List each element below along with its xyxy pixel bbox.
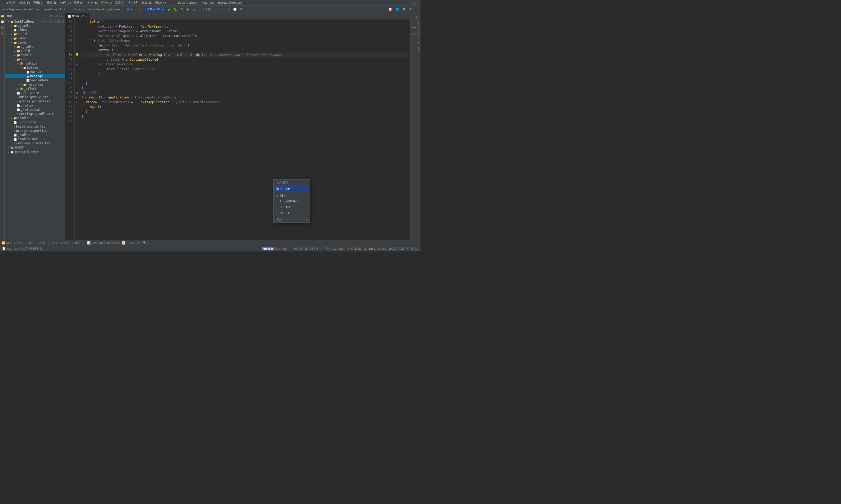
- pause-button[interactable]: ⏸: [185, 7, 190, 12]
- menu-refactor[interactable]: 重构(R): [74, 1, 85, 5]
- sequence-diagram-item[interactable]: 📊 Sequence Diagram: [87, 241, 119, 245]
- menu-build[interactable]: 构建(B): [87, 1, 99, 5]
- run-button[interactable]: ▶: [167, 7, 172, 12]
- status-lf[interactable]: LF: [304, 247, 308, 250]
- tree-item-external-libs[interactable]: ▶ 📚 外部库: [5, 145, 65, 150]
- tree-item-idea[interactable]: ▶ 📋 .idea: [5, 28, 65, 32]
- tree-item-jvmTest[interactable]: ▶ 📦 jvmTest: [5, 87, 65, 91]
- tree-item-demo2-build[interactable]: ▶ 📁 build: [5, 49, 65, 53]
- sidebar-gear[interactable]: ⚙: [56, 15, 59, 18]
- tree-item-root-buildgradle[interactable]: ⚙ build.gradle.kts: [5, 124, 65, 129]
- todo-toolbar-item[interactable]: ✓ TODO: [25, 241, 34, 245]
- menu-help[interactable]: 帮助(H): [155, 1, 166, 5]
- git-update[interactable]: ✓: [216, 7, 220, 12]
- tree-item-demo2-gradlewbat[interactable]: 📄 gradlew.bat: [5, 108, 65, 112]
- tree-item-root-gradlewbat[interactable]: 📄 gradlew.bat: [5, 137, 65, 141]
- fold-icon-49[interactable]: ◈: [76, 101, 78, 104]
- run-toolbar-item[interactable]: ▶ 运行: [14, 241, 22, 245]
- endpoints-toolbar-item[interactable]: ◈ 端点: [61, 241, 69, 245]
- menu-run[interactable]: 运行(U): [101, 1, 112, 5]
- dropdown-more[interactable]: 更多 ›: [274, 216, 310, 222]
- status-branch[interactable]: ⎇ main: [333, 247, 345, 250]
- chart-button[interactable]: 📊: [388, 7, 393, 12]
- terminal-toolbar-item[interactable]: ⬛ 终端: [48, 241, 58, 245]
- maximize-button[interactable]: ☐: [413, 1, 415, 4]
- close-button[interactable]: ✕: [416, 1, 418, 4]
- tree-item-demo2-gradle[interactable]: ▶ 📁 .gradle: [5, 44, 65, 49]
- dropdown-item-gbk[interactable]: ⚠ GBK: [274, 193, 310, 198]
- services-toolbar-item[interactable]: ▷ 服务: [72, 241, 80, 245]
- breadcrumb-onboarding[interactable]: onBoardingScreen: [92, 7, 120, 11]
- menu-navigate[interactable]: 导航(N): [47, 1, 57, 5]
- tree-item-demo2-gradleprops[interactable]: ⚙ gradle.properties: [5, 99, 65, 104]
- left-icon-bookmarks[interactable]: 🔖: [1, 32, 4, 35]
- tab-mainkt-close[interactable]: ✕: [86, 15, 87, 18]
- tree-item-resources[interactable]: ▶ 📁 resources: [5, 83, 65, 87]
- tree-item-demo2-gitignore[interactable]: 📄 .gitignore: [5, 91, 65, 95]
- collapse-button[interactable]: —: [414, 7, 419, 12]
- tab-mainkt[interactable]: 📄 Main.kt ✕: [65, 13, 90, 19]
- tree-item-kotlin[interactable]: ▼ 📁 kotlin: [5, 66, 65, 70]
- status-spaces[interactable]: 4个空格: [321, 247, 331, 251]
- left-icon-commit[interactable]: 🔄: [1, 20, 4, 24]
- tree-item-demo1[interactable]: ▶ 📁 demo1: [5, 36, 65, 40]
- fold-icon-36[interactable]: ◈: [76, 39, 78, 42]
- gradle-panel[interactable]: Gradle: [416, 41, 420, 52]
- breadcrumb-src[interactable]: src: [36, 7, 41, 11]
- debug-button[interactable]: 🐛: [173, 7, 179, 12]
- git-push[interactable]: ↗: [226, 7, 231, 12]
- sidebar-settings[interactable]: ⚙: [50, 15, 53, 18]
- tree-item-root-settings[interactable]: ⚙ settings.gradle.kts: [5, 141, 65, 145]
- dropdown-item-bom[interactable]: 添加 BOM: [274, 186, 310, 193]
- menu-view[interactable]: 视图(V): [33, 1, 44, 5]
- tree-item-mainkt[interactable]: 📄 Main.kt: [5, 70, 65, 74]
- dropdown-item-usascii[interactable]: ⊘ US-ASCII: [274, 204, 310, 210]
- git-toolbar-item[interactable]: 🔀 Git: [2, 241, 11, 245]
- rest-services-panel[interactable]: RestServices: [416, 20, 420, 40]
- menu-edit[interactable]: 编辑(E): [19, 1, 31, 5]
- dropdown-item-iso[interactable]: ⊘ ISO-8859-1: [274, 198, 310, 204]
- left-icon-structure[interactable]: 🏗: [1, 26, 4, 30]
- back-button[interactable]: ◁: [139, 7, 143, 12]
- file-encoding-dropdown[interactable]: 文件编码 添加 BOM ⚠ GBK ⊘ ISO-8859-1 ⊘ US-ASCI…: [273, 179, 310, 222]
- minimize-button[interactable]: —: [409, 1, 411, 4]
- menu-file[interactable]: 文件(F): [6, 1, 17, 5]
- status-encoding[interactable]: UTF-8: [310, 247, 319, 250]
- menu-window[interactable]: 窗口(W): [141, 1, 152, 5]
- run-icon-48[interactable]: ▶: [76, 96, 78, 99]
- status-warnings[interactable]: ⚠ 4 Δ/up-to-date: [347, 247, 375, 250]
- tree-item-sampledata[interactable]: 📊 SampleData: [5, 78, 65, 83]
- search-button[interactable]: 🔍: [401, 7, 407, 12]
- git-rollback[interactable]: ↺: [239, 7, 243, 12]
- tree-item-desktopDemo[interactable]: ▼ 📁 DeskTopDemo - C:\Users\MI\IdeaProj: [5, 19, 65, 24]
- breadcrumb-mainkt[interactable]: Main.kt: [74, 7, 86, 11]
- profile-button[interactable]: ⟳: [180, 7, 184, 12]
- sf-item[interactable]: 🔍 S: [143, 241, 149, 245]
- breadcrumb-demo2[interactable]: demo2: [24, 7, 33, 11]
- git-history[interactable]: 🕐: [232, 7, 238, 12]
- fold-icon-41[interactable]: ◈: [76, 63, 78, 66]
- tree-item-demo2[interactable]: ▼ 📁 demo2: [5, 40, 65, 44]
- tree-item-root-gradle[interactable]: ▶ 📁 gradle: [5, 116, 65, 120]
- problems-toolbar-item[interactable]: ⚠ 问题: [37, 241, 46, 245]
- bulb-icon-39[interactable]: 💡: [75, 53, 79, 57]
- tree-item-root-gradlew[interactable]: 📄 gradlew: [5, 133, 65, 137]
- status-position[interactable]: 39:16: [294, 247, 302, 250]
- tab-more[interactable]: ⋮: [413, 14, 420, 18]
- sidebar-minimize[interactable]: —: [60, 15, 63, 18]
- tree-item-root-gitignore[interactable]: 📄 .gitignore: [5, 120, 65, 124]
- menu-git[interactable]: Git(G): [128, 1, 139, 5]
- tree-item-build1[interactable]: ▶ 📁 build: [5, 32, 65, 36]
- breadcrumb-jvmMain[interactable]: jvmMain: [45, 7, 57, 11]
- translate-button[interactable]: 🌐: [394, 7, 400, 12]
- status-file[interactable]: 📄 Main.kt 添加字节顺序标记: [2, 247, 42, 251]
- tree-item-message[interactable]: 🤖 Message: [5, 74, 65, 78]
- breadcrumb-function[interactable]: ⊕: [89, 7, 91, 11]
- menu-tools[interactable]: 工具(T): [115, 1, 126, 5]
- dropdown-item-utf16[interactable]: ⚠ UTF-16: [274, 210, 310, 216]
- code-content[interactable]: Column( modifier = Modifier . fillMaxSiz…: [79, 19, 411, 240]
- status-tabnine[interactable]: tabnine Starter: [262, 247, 287, 250]
- status-blame[interactable]: Blame: [377, 247, 386, 250]
- vcs-dropdown-icon[interactable]: ▾: [131, 7, 133, 11]
- tree-item-demo2-gradle2[interactable]: ▶ 📁 gradle: [5, 53, 65, 57]
